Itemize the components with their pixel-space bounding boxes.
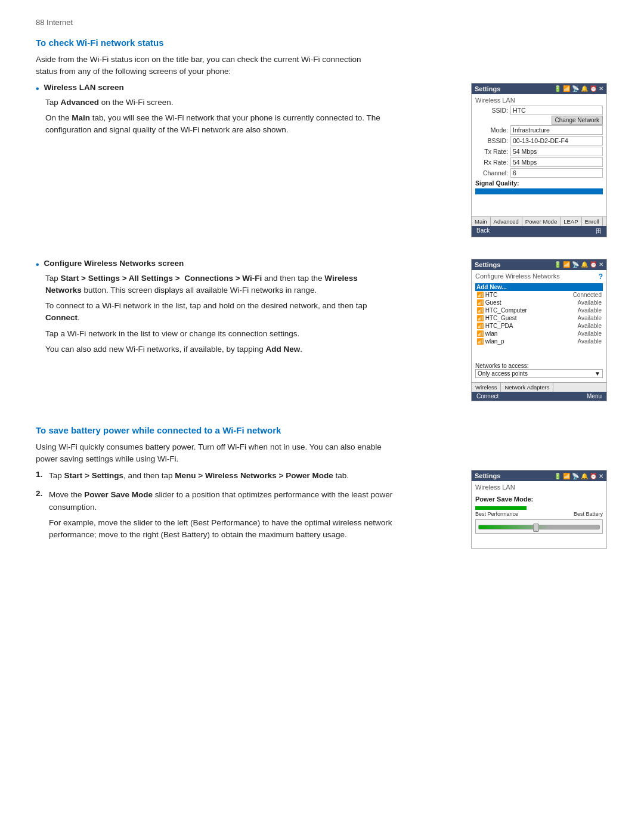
item1-text: Tap Start > Settings, and then tap Menu … <box>49 470 349 482</box>
txrate-label: Tx Rate: <box>475 148 508 155</box>
bssid-row: BSSID: 00-13-10-D2-DE-F4 <box>475 136 603 145</box>
section1-intro: Aside from the Wi-Fi status icon on the … <box>36 54 382 78</box>
bullet1-text2: On the Main tab, you will see the Wi-Fi … <box>45 112 391 137</box>
configure-wireless-screen: Settings 🔋 📶 📡 🔔 ⏰ ✕ Configure Wireless … <box>471 259 607 401</box>
screen1-title: Settings <box>475 85 500 92</box>
close-icon: ✕ <box>599 85 603 92</box>
screen3-container: Settings 🔋 📶 📡 🔔 ⏰ ✕ Wireless LAN Power … <box>471 470 608 558</box>
connect-button[interactable]: Connect <box>476 393 499 400</box>
wifi3-icon: 📡 <box>572 473 579 479</box>
network-htc[interactable]: 📶 HTC Connected <box>475 291 603 299</box>
screen1-titlebar: Settings 🔋 📶 📡 🔔 ⏰ ✕ <box>472 83 606 94</box>
item2-text: Move the Power Save Mode slider to a pos… <box>49 489 395 513</box>
network-htc-guest[interactable]: 📶 HTC_Guest Available <box>475 314 603 322</box>
signal3-icon: 📶 <box>563 473 570 479</box>
network-htc-computer[interactable]: 📶 HTC_Computer Available <box>475 306 603 314</box>
item2-subtext: For example, move the slider to the left… <box>49 517 395 541</box>
rxrate-label: Rx Rate: <box>475 159 508 166</box>
signal2-icon: 📶 <box>563 261 570 268</box>
rxrate-value: 54 Mbps <box>510 157 603 167</box>
dropdown-arrow-icon: ▼ <box>595 370 600 377</box>
signal-icon: 📶 <box>563 85 570 92</box>
wifi-network-icon4: 📶 <box>476 315 484 321</box>
close2-icon: ✕ <box>599 261 603 268</box>
power-labels: Best Performance Best Battery <box>475 511 603 517</box>
number2: 2. <box>36 489 47 498</box>
wifi2-icon: 📡 <box>572 261 579 268</box>
ssid-row: SSID: HTC <box>475 106 603 115</box>
menu-icon-btn[interactable]: 田 <box>596 227 602 236</box>
best-performance-label: Best Performance <box>475 511 518 517</box>
wifi-network-icon3: 📶 <box>476 307 484 314</box>
battery2-icon: 🔋 <box>554 261 561 268</box>
signal-spacer <box>475 196 603 214</box>
bssid-value: 00-13-10-D2-DE-F4 <box>510 136 603 145</box>
section2-title: To save battery power while connected to… <box>36 425 608 435</box>
tab-enroll[interactable]: Enroll <box>582 217 603 226</box>
signal-bar <box>475 188 603 194</box>
time-icon: ⏰ <box>590 85 597 92</box>
channel-label: Channel: <box>475 169 508 176</box>
networks-to-access-label: Networks to access: <box>475 363 603 369</box>
screen3-spacer <box>475 534 603 546</box>
tab-leap[interactable]: LEAP <box>561 217 581 226</box>
bullet2-text3: Tap a Wi-Fi network in the list to view … <box>45 328 391 340</box>
wifi-network-icon: 📶 <box>476 292 484 298</box>
access-dropdown[interactable]: Only access points ▼ <box>475 369 603 378</box>
wifi-network-icon5: 📶 <box>476 323 484 329</box>
screen2-tabs: Wireless Network Adapters <box>472 382 606 392</box>
bssid-label: BSSID: <box>475 137 508 144</box>
power-save-screen: Settings 🔋 📶 📡 🔔 ⏰ ✕ Wireless LAN Power … <box>471 470 607 549</box>
screen3-section-label: Wireless LAN <box>475 484 603 491</box>
screen1-section-label: Wireless LAN <box>475 97 603 104</box>
section2-block: To save battery power while connected to… <box>36 425 608 559</box>
screen2-body: Configure Wireless Networks ? Add New...… <box>472 270 606 382</box>
best-battery-label: Best Battery <box>574 511 603 517</box>
bullet2-dot: • <box>36 259 39 270</box>
screen1-body: Wireless LAN SSID: HTC Change Network Mo… <box>472 94 606 216</box>
numbered-item2: 2. Move the Power Save Mode slider to a … <box>36 489 459 544</box>
power-slider-track[interactable] <box>478 525 600 529</box>
screen3-titlebar: Settings 🔋 📶 📡 🔔 ⏰ ✕ <box>472 470 606 481</box>
screen2-titlebar: Settings 🔋 📶 📡 🔔 ⏰ ✕ <box>472 259 606 270</box>
signal-quality-label: Signal Quality: <box>475 179 603 187</box>
power-save-label: Power Save Mode: <box>475 496 603 503</box>
screen3-title: Settings <box>475 472 500 479</box>
wifi-network-icon6: 📶 <box>476 330 484 337</box>
screen3-icons: 🔋 📶 📡 🔔 ⏰ ✕ <box>554 473 603 479</box>
access-dropdown-value: Only access points <box>478 370 595 377</box>
volume2-icon: 🔔 <box>581 261 588 268</box>
tab-advanced[interactable]: Advanced <box>491 217 522 226</box>
bullet2-text4: You can also add new Wi-Fi networks, if … <box>45 343 391 355</box>
tab-main[interactable]: Main <box>472 217 491 226</box>
page-header: 88 Internet <box>36 18 608 27</box>
network-list: Add New... 📶 HTC Connected 📶 Guest Avail… <box>475 283 603 345</box>
network-wlan-p[interactable]: 📶 wlan_p Available <box>475 337 603 345</box>
tab-wireless[interactable]: Wireless <box>472 383 501 392</box>
txrate-row: Tx Rate: 54 Mbps <box>475 147 603 156</box>
bullet1-dot: • <box>36 83 39 94</box>
add-new-item[interactable]: Add New... <box>475 283 603 291</box>
menu-button[interactable]: Menu <box>587 393 602 400</box>
tab-network-adapters[interactable]: Network Adapters <box>501 383 553 392</box>
wifi-network-icon2: 📶 <box>476 299 484 306</box>
numbered-item1: 1. Tap Start > Settings, and then tap Me… <box>36 470 459 485</box>
section1-title: To check Wi-Fi network status <box>36 38 608 48</box>
network-guest[interactable]: 📶 Guest Available <box>475 299 603 306</box>
screen2-container: Settings 🔋 📶 📡 🔔 ⏰ ✕ Configure Wireless … <box>471 259 608 411</box>
ssid-value: HTC <box>510 106 603 115</box>
bullet2-label: Configure Wireless Networks screen <box>44 259 184 268</box>
volume-icon: 🔔 <box>581 85 588 92</box>
back-button[interactable]: Back <box>476 227 490 236</box>
power-slider-thumb[interactable] <box>533 524 539 532</box>
time3-icon: ⏰ <box>590 473 597 479</box>
change-network-btn[interactable]: Change Network <box>552 116 603 125</box>
screen1-icons: 🔋 📶 📡 🔔 ⏰ ✕ <box>554 85 603 92</box>
bullet2-item: • Configure Wireless Networks screen <box>36 259 459 270</box>
rxrate-row: Rx Rate: 54 Mbps <box>475 157 603 167</box>
tab-power-mode[interactable]: Power Mode <box>522 217 561 226</box>
close3-icon: ✕ <box>599 473 603 479</box>
time2-icon: ⏰ <box>590 261 597 268</box>
network-htc-pda[interactable]: 📶 HTC_PDA Available <box>475 322 603 330</box>
network-wlan[interactable]: 📶 wlan Available <box>475 330 603 337</box>
